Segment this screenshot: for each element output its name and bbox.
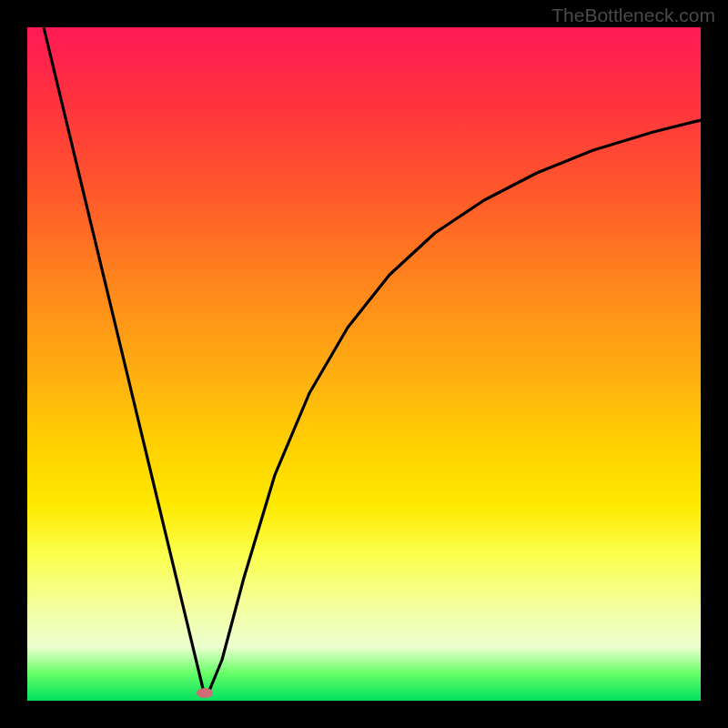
chart-frame: TheBottleneck.com bbox=[0, 0, 728, 728]
minimum-marker bbox=[197, 688, 213, 698]
curve-path bbox=[44, 27, 701, 696]
plot-area bbox=[27, 27, 701, 701]
watermark-text: TheBottleneck.com bbox=[551, 5, 715, 26]
bottleneck-curve bbox=[27, 27, 701, 701]
